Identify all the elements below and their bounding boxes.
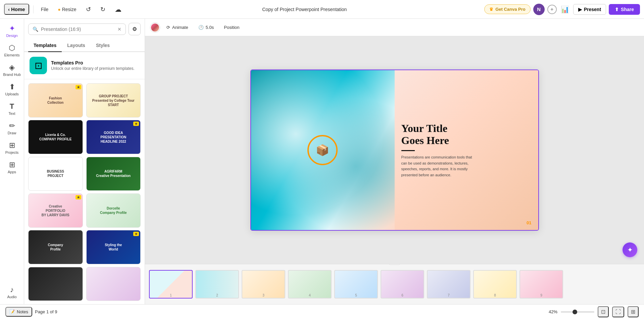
grid-view-icon: ⊞ (631, 309, 635, 315)
search-input[interactable] (41, 27, 115, 32)
sidebar-item-uploads[interactable]: ⬆ Uploads (1, 80, 23, 99)
animate-label: Animate (172, 25, 188, 30)
topbar: ‹ Home File ● Resize ↺ ↻ ☁ Copy of Proje… (0, 0, 644, 19)
sidebar-item-elements[interactable]: ⬡ Elements (1, 41, 23, 60)
slide-thumb-4[interactable]: 4 (288, 270, 332, 299)
slide-thumb-3[interactable]: 3 (242, 270, 285, 299)
template-card-10[interactable]: Styling the World★ (86, 230, 141, 264)
template-card-5[interactable]: BUSINESS PROJECT (28, 157, 83, 191)
get-canva-pro-button[interactable]: ♛ Get Canva Pro (484, 4, 531, 14)
slide-thumb-5[interactable]: 5 (334, 270, 378, 299)
present-button[interactable]: ▶ Present (573, 4, 606, 15)
pro-banner[interactable]: ⊡ Templates Pro Unlock our entire librar… (24, 52, 145, 79)
undo-button[interactable]: ↺ (83, 4, 94, 15)
pro-badge: ★ (76, 85, 81, 89)
text-icon: T (10, 102, 14, 111)
slide-thumb-number: 8 (494, 293, 496, 297)
magic-assistant-button[interactable]: ✦ (623, 242, 637, 257)
slide-container[interactable]: 📦 Your Title Goes Here Presentations are… (250, 70, 539, 231)
tab-templates[interactable]: Templates (28, 39, 62, 52)
left-panel: 🔍 ✕ ⚙ Templates Layouts Styles ⊡ Templat… (24, 19, 145, 304)
template-card-12[interactable] (86, 267, 141, 301)
fit-screen-icon: ⊡ (601, 309, 605, 315)
clear-search-icon[interactable]: ✕ (117, 27, 121, 32)
pro-badge: ★ (133, 122, 139, 126)
sidebar-uploads-label: Uploads (5, 92, 18, 96)
analytics-icon[interactable]: 📊 (559, 4, 571, 15)
main-area: ✦ Design ⬡ Elements ◈ Brand Hub ⬆ Upload… (0, 19, 644, 304)
redo-icon: ↻ (100, 6, 105, 13)
home-label: Home (11, 6, 25, 12)
sidebar-draw-label: Draw (8, 131, 16, 135)
animate-icon: ⟳ (166, 25, 170, 30)
pro-description: Unlock our entire library of premium tem… (51, 66, 135, 71)
tab-layouts[interactable]: Layouts (62, 39, 91, 52)
template-card-4[interactable]: GOOD IDEA PRESENTATION HEADLINE 2022★ (86, 120, 141, 154)
canvas-content: 📦 Your Title Goes Here Presentations are… (145, 36, 644, 264)
share-icon: ⬆ (615, 7, 619, 12)
search-box[interactable]: 🔍 ✕ (28, 24, 126, 35)
template-card-6[interactable]: AGRIFARM Creative Presentation (86, 157, 141, 191)
color-swatch[interactable] (150, 23, 160, 32)
sidebar-design-label: Design (6, 34, 17, 38)
sidebar-item-draw[interactable]: ✏ Draw (1, 119, 23, 138)
resize-button[interactable]: ● Resize (54, 5, 80, 14)
slide-thumb-number: 7 (448, 293, 450, 297)
slide-thumb-2[interactable]: 2 (195, 270, 239, 299)
fullscreen-button[interactable]: ⛶ (612, 307, 624, 317)
duration-button[interactable]: 🕐 5.0s (195, 23, 217, 32)
template-card-11[interactable] (28, 267, 83, 301)
clock-icon: 🕐 (198, 25, 204, 30)
filmstrip-hide-button[interactable]: ▲ (388, 264, 401, 265)
template-card-7[interactable]: Creative PORTFOLIO BY LARRY DAVIS★ (28, 193, 83, 228)
sidebar-item-audio[interactable]: ♪ Audio (1, 283, 23, 302)
position-button[interactable]: Position (220, 23, 243, 32)
slide-thumb-number: 9 (540, 293, 542, 297)
sidebar-item-brand-hub[interactable]: ◈ Brand Hub (1, 60, 23, 79)
template-card-9[interactable]: Company Profile (28, 230, 83, 264)
slide-thumb-8[interactable]: 8 (473, 270, 517, 299)
document-title: Copy of Project Powerpoint Presentation (128, 7, 482, 12)
present-label: Present (584, 7, 601, 12)
add-team-button[interactable]: + (547, 5, 557, 14)
user-avatar[interactable]: N (533, 4, 545, 15)
file-menu-button[interactable]: File (38, 5, 52, 14)
template-card-8[interactable]: Dorcelle Company Profile (86, 193, 141, 228)
slide-thumb-9[interactable]: 9 (519, 270, 563, 299)
pro-icon: ⊡ (30, 57, 47, 74)
cloud-save-button[interactable]: ☁ (111, 3, 125, 15)
draw-icon: ✏ (9, 122, 15, 130)
panel-tabs: Templates Layouts Styles (24, 39, 145, 52)
slide-thumb-6[interactable]: 6 (381, 270, 424, 299)
template-card-1[interactable]: Fashion Collection★ (28, 83, 83, 118)
template-card-3[interactable]: Liceria & Co. COMPANY PROFILE (28, 120, 83, 154)
sidebar-item-apps[interactable]: ⊞ Apps (1, 158, 23, 177)
ocean-background: 📦 (251, 70, 400, 230)
template-card-2[interactable]: GROUP PROJECT Presented by College Tour … (86, 83, 141, 118)
zoom-slider[interactable] (561, 311, 594, 313)
resize-label: Resize (62, 7, 77, 12)
notes-label: Notes (17, 309, 28, 314)
notes-button[interactable]: 📝 Notes (5, 307, 32, 317)
share-button[interactable]: ⬆ Share (609, 4, 640, 15)
brand-hub-icon: ◈ (9, 63, 15, 72)
sidebar-item-design[interactable]: ✦ Design (1, 21, 23, 40)
slide-thumb-1[interactable]: 1 (149, 270, 193, 299)
sidebar-item-projects[interactable]: ⊞ Projects (1, 138, 23, 157)
animate-button[interactable]: ⟳ Animate (163, 23, 192, 32)
uploads-icon: ⬆ (9, 83, 15, 91)
sidebar-audio-label: Audio (7, 295, 16, 299)
tab-styles[interactable]: Styles (91, 39, 115, 52)
filter-button[interactable]: ⚙ (129, 23, 141, 35)
sidebar-item-text[interactable]: T Text (1, 99, 23, 118)
slide-thumb-7[interactable]: 7 (427, 270, 470, 299)
panel-search-area: 🔍 ✕ ⚙ (24, 19, 145, 39)
home-button[interactable]: ‹ Home (4, 4, 29, 15)
elements-icon: ⬡ (9, 44, 15, 52)
chevron-left-icon: ‹ (8, 6, 10, 12)
audio-icon: ♪ (10, 285, 14, 294)
grid-view-button[interactable]: ⊞ (628, 306, 639, 317)
zoom-thumb[interactable] (573, 310, 577, 314)
redo-button[interactable]: ↻ (97, 4, 109, 15)
fit-screen-button[interactable]: ⊡ (598, 306, 609, 317)
